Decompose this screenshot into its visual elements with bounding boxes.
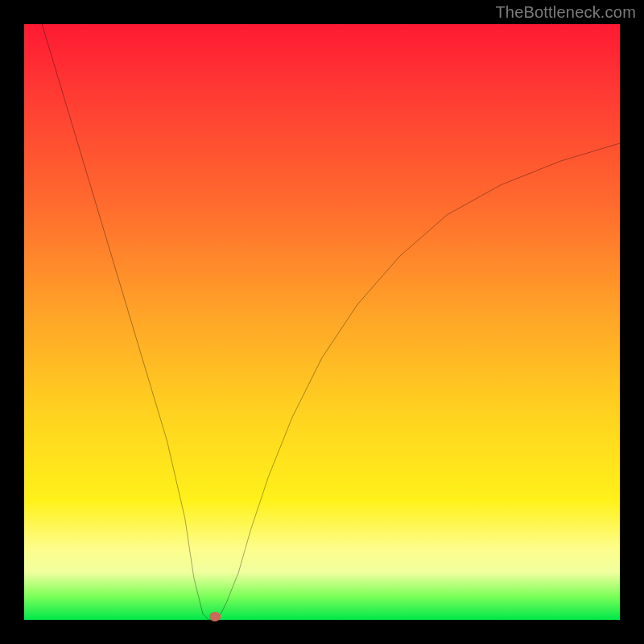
chart-frame: TheBottleneck.com	[0, 0, 644, 644]
bottleneck-curve	[24, 24, 620, 620]
watermark-text: TheBottleneck.com	[495, 3, 636, 22]
minimum-marker	[209, 612, 221, 621]
curve-path	[42, 24, 620, 620]
plot-area	[24, 24, 620, 620]
